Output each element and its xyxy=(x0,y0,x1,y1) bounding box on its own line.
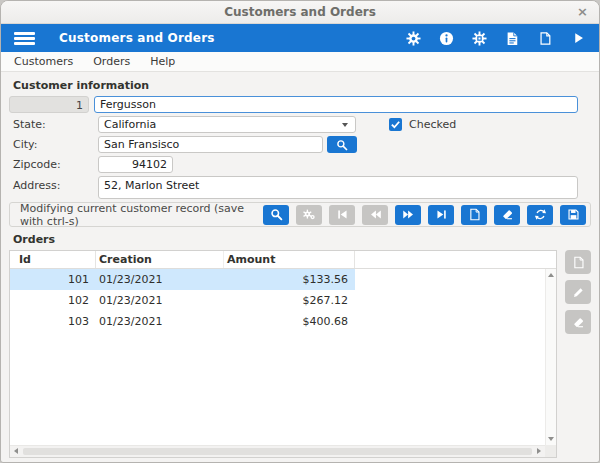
customer-id-name-row: 1 xyxy=(9,96,591,113)
info-icon[interactable] xyxy=(438,30,454,46)
clear-record-button[interactable] xyxy=(494,205,520,225)
scrollbar-corner xyxy=(545,445,556,457)
document-icon[interactable] xyxy=(537,30,553,46)
orders-area: Id Creation Amount 101 01/23/2021 $133.5… xyxy=(9,250,591,458)
order-creation-cell: 01/23/2021 xyxy=(96,315,224,328)
operations-button[interactable] xyxy=(296,205,322,225)
orders-table: Id Creation Amount 101 01/23/2021 $133.5… xyxy=(9,250,557,458)
address-label: Address: xyxy=(9,176,98,192)
customer-section-title: Customer information xyxy=(13,79,591,92)
save-button[interactable] xyxy=(560,205,586,225)
city-label: City: xyxy=(9,138,98,151)
window-title: Customers and Orders xyxy=(1,5,599,19)
order-amount-cell: $400.68 xyxy=(224,315,355,328)
state-value: California xyxy=(104,118,156,131)
appbar-actions xyxy=(405,30,586,46)
zipcode-row: Zipcode: xyxy=(9,156,591,173)
order-creation-cell: 01/23/2021 xyxy=(96,273,224,286)
order-amount-cell: $133.56 xyxy=(224,273,355,286)
next-record-button[interactable] xyxy=(395,205,421,225)
order-creation-cell: 01/23/2021 xyxy=(96,294,224,307)
address-textarea[interactable]: 52, Marlon Street xyxy=(98,176,578,199)
customer-name-input[interactable] xyxy=(94,96,578,113)
app-window: Customers and Orders × Customers and Ord… xyxy=(0,0,600,463)
order-id-cell: 101 xyxy=(10,273,96,286)
city-row: City: xyxy=(9,136,591,153)
menu-help[interactable]: Help xyxy=(140,52,185,71)
scroll-left-icon[interactable] xyxy=(14,448,18,454)
record-nav-buttons xyxy=(263,205,586,225)
order-id-cell: 102 xyxy=(10,294,96,307)
status-text: Modifying current customer record (save … xyxy=(20,202,263,228)
scrollbar-thumb[interactable] xyxy=(23,448,532,455)
chevron-down-icon xyxy=(342,123,348,127)
menu-icon[interactable] xyxy=(14,32,35,45)
zipcode-input[interactable] xyxy=(98,156,173,173)
order-row[interactable]: 102 01/23/2021 $267.12 xyxy=(10,290,556,311)
previous-record-button[interactable] xyxy=(362,205,388,225)
column-header-id: Id xyxy=(10,251,96,268)
horizontal-scrollbar[interactable] xyxy=(10,445,545,457)
state-label: State: xyxy=(9,118,98,131)
edit-order-button[interactable] xyxy=(565,280,591,304)
new-record-button[interactable] xyxy=(461,205,487,225)
orders-table-header: Id Creation Amount xyxy=(10,251,556,269)
order-id-cell: 103 xyxy=(10,315,96,328)
order-action-buttons xyxy=(565,250,591,334)
checked-checkbox[interactable] xyxy=(389,118,402,131)
scroll-down-icon[interactable] xyxy=(548,437,554,441)
delete-order-button[interactable] xyxy=(565,310,591,334)
order-row[interactable]: 101 01/23/2021 $133.56 xyxy=(10,269,556,290)
main-content: Customer information 1 State: California… xyxy=(1,79,599,458)
search-button[interactable] xyxy=(263,205,289,225)
checked-label: Checked xyxy=(409,118,456,131)
menu-customers[interactable]: Customers xyxy=(4,52,83,71)
menubar: Customers Orders Help xyxy=(1,52,599,72)
address-row: Address: 52, Marlon Street xyxy=(9,176,591,199)
gear-icon[interactable] xyxy=(405,30,421,46)
order-amount-cell: $267.12 xyxy=(224,294,355,307)
app-title: Customers and Orders xyxy=(59,31,215,45)
document-lines-icon[interactable] xyxy=(504,30,520,46)
refresh-button[interactable] xyxy=(527,205,553,225)
window-titlebar: Customers and Orders × xyxy=(1,1,599,24)
scroll-right-icon[interactable] xyxy=(537,448,541,454)
customer-id-field: 1 xyxy=(9,96,89,113)
close-button[interactable]: × xyxy=(577,4,588,19)
state-row: State: California Checked xyxy=(9,116,591,133)
menu-orders[interactable]: Orders xyxy=(83,52,140,71)
city-search-button[interactable] xyxy=(327,136,357,153)
state-select[interactable]: California xyxy=(98,116,356,133)
app-toolbar: Customers and Orders xyxy=(1,24,599,52)
play-icon[interactable] xyxy=(570,30,586,46)
scroll-up-icon[interactable] xyxy=(548,273,554,277)
first-record-button[interactable] xyxy=(329,205,355,225)
zipcode-label: Zipcode: xyxy=(9,158,98,171)
column-header-amount: Amount xyxy=(224,251,355,268)
settings-gear-icon[interactable] xyxy=(471,30,487,46)
orders-section-title: Orders xyxy=(13,233,591,246)
vertical-scrollbar[interactable] xyxy=(545,269,556,445)
last-record-button[interactable] xyxy=(428,205,454,225)
column-header-creation: Creation xyxy=(96,251,224,268)
add-order-button[interactable] xyxy=(565,250,591,274)
city-input[interactable] xyxy=(98,136,323,153)
order-row[interactable]: 103 01/23/2021 $400.68 xyxy=(10,311,556,332)
record-navigator: Modifying current customer record (save … xyxy=(9,202,591,227)
